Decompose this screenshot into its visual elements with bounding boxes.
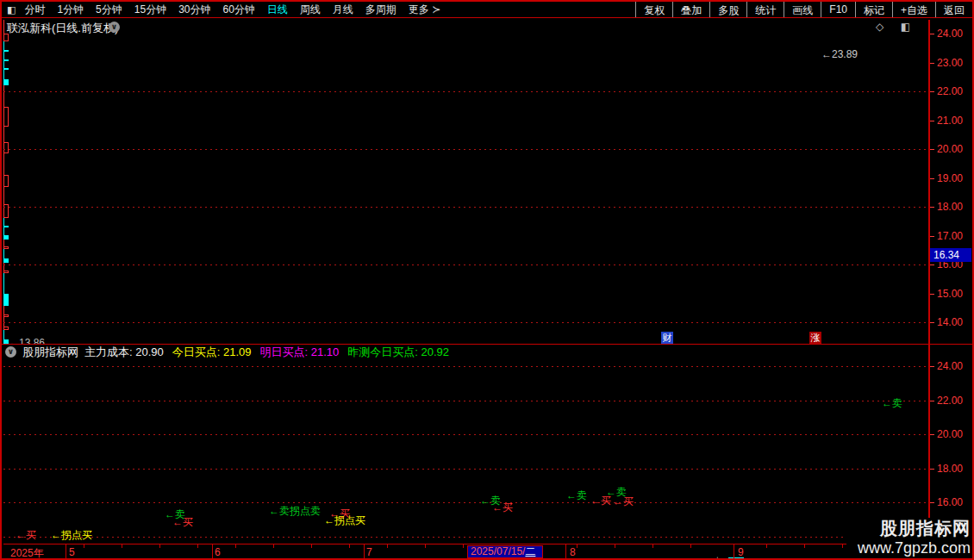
- candle-wick: [3, 85, 4, 108]
- sub-chart: ←买←拐点买←卖←买←卖拐点卖←买←拐点买←卖←买←卖←买←卖←买←卖: [3, 345, 929, 543]
- topbar-item-复权[interactable]: 复权: [635, 2, 672, 17]
- topbar-item-日线[interactable]: 日线: [267, 3, 288, 17]
- date-highlight: 2025/07/15/二: [467, 545, 543, 558]
- candle-wick: [3, 61, 4, 67]
- topbar-item-1分钟[interactable]: 1分钟: [57, 3, 84, 17]
- candle-wick: [3, 218, 4, 225]
- candle-wick: [3, 240, 4, 246]
- sub-grid-line: [3, 434, 929, 435]
- candle-wick: [3, 127, 4, 141]
- price-tick-label: 20.00: [937, 428, 963, 440]
- chevron-down-circle-icon[interactable]: ∨: [109, 22, 120, 33]
- price-tick-label: 22.00: [937, 85, 963, 97]
- topbar-item-多周期[interactable]: 多周期: [365, 3, 396, 17]
- x-axis-tick: [766, 544, 767, 548]
- x-axis-tick: [425, 544, 426, 548]
- signal-marker-buy: ←拐点买: [324, 513, 365, 528]
- price-tick-label: 20.00: [937, 143, 963, 155]
- topbar-item-月线[interactable]: 月线: [333, 3, 353, 17]
- topbar-item-F10[interactable]: F10: [821, 2, 855, 17]
- signal-marker-buy: ←拐点买: [51, 528, 92, 543]
- price-tick-label: 23.00: [937, 57, 963, 69]
- signal-marker-buy: ←买: [492, 501, 513, 515]
- topbar-item-叠加[interactable]: 叠加: [672, 2, 709, 17]
- topbar-item-统计[interactable]: 统计: [746, 2, 784, 17]
- stock-title: 联泓新科(日线.前复权): [7, 21, 118, 36]
- x-axis-row: 2025/07/15/二 2025年56789: [3, 544, 929, 559]
- topbar-item-60分钟[interactable]: 60分钟: [223, 3, 255, 17]
- x-axis-tick: [652, 544, 653, 548]
- x-axis-tick: [463, 544, 464, 548]
- sub-grid-line: [3, 502, 929, 503]
- event-badge[interactable]: 涨: [809, 332, 821, 344]
- topbar-right-menu: 复权叠加多股统计画线F10标记+自选返回: [635, 2, 972, 17]
- x-axis-tick: [349, 544, 350, 548]
- panel-divider[interactable]: [2, 344, 972, 345]
- month-separator: [734, 544, 734, 558]
- candle-body: [3, 107, 9, 127]
- x-axis-tick: [159, 544, 160, 548]
- topbar-item-更多 ≻[interactable]: 更多 ≻: [409, 3, 440, 17]
- window-layout-icon[interactable]: ◧: [7, 4, 16, 16]
- candle-wick: [3, 187, 4, 204]
- price-axis-sub: 24.0022.0020.0018.0016.00: [929, 345, 972, 543]
- indicator-chevron-icon[interactable]: ∨: [5, 346, 16, 358]
- signal-marker-sell: ←卖拐点卖: [269, 504, 321, 519]
- candle-wick: [3, 70, 4, 79]
- candle-wick: [3, 249, 4, 258]
- main-grid-line: [3, 149, 929, 150]
- signal-marker-buy: ←买: [172, 515, 193, 530]
- high-annotation: ←23.89: [821, 48, 858, 60]
- x-axis-tick: [690, 544, 691, 548]
- sub-grid-line: [3, 366, 929, 367]
- x-axis-tick: [273, 544, 274, 548]
- sub-grid-line: [3, 401, 929, 401]
- watermark: 股朋指标网 www.7gpzb.com: [846, 518, 974, 560]
- topbar-item-5分钟[interactable]: 5分钟: [96, 3, 122, 17]
- x-axis-tick: [615, 544, 615, 548]
- main-chart: ←23.89←13.86Ŝ财涨: [3, 20, 929, 344]
- topbar-item-多股[interactable]: 多股: [709, 2, 746, 17]
- event-badge[interactable]: 财: [661, 332, 673, 344]
- price-tick-label: 18.00: [937, 201, 963, 213]
- axis-vertical-line: [928, 20, 930, 559]
- signal-marker-sell: ←卖: [566, 488, 587, 503]
- app-window: ◧ 分时1分钟5分钟15分钟30分钟60分钟日线周线月线多周期更多 ≻ 复权叠加…: [0, 0, 974, 560]
- indicator-row: ∨ 股朋指标网 主力成本: 20.90今日买点: 21.09明日买点: 21.1…: [5, 345, 449, 358]
- price-tick-label: 22.00: [937, 395, 963, 407]
- low-annotation: ←13.86: [9, 337, 45, 344]
- candle-wick: [3, 153, 4, 175]
- candle-wick: [3, 227, 4, 235]
- indicator-source: 股朋指标网: [22, 345, 78, 360]
- x-axis-tick: [577, 544, 578, 548]
- topbar-item-+自选[interactable]: +自选: [892, 2, 935, 17]
- x-axis-label: 2025年: [10, 546, 44, 560]
- topbar-item-15分钟[interactable]: 15分钟: [134, 3, 166, 17]
- price-tick-label: 15.00: [937, 288, 963, 300]
- candle-body: [3, 79, 9, 85]
- topbar-left-menu: 分时1分钟5分钟15分钟30分钟60分钟日线周线月线多周期更多 ≻: [24, 3, 440, 17]
- signal-marker-sell: ←卖: [882, 396, 902, 411]
- x-axis-tick: [387, 544, 388, 548]
- x-axis-tick: [197, 544, 198, 548]
- topbar-item-标记[interactable]: 标记: [855, 2, 892, 17]
- price-tick-label: 19.00: [937, 172, 963, 184]
- price-tick-label: 21.00: [937, 115, 963, 127]
- watermark-site-name: 股朋指标网: [846, 518, 971, 538]
- topbar-item-周线[interactable]: 周线: [300, 3, 321, 17]
- x-axis-tick: [84, 544, 84, 548]
- title-right-icons[interactable]: ◇ ◧: [876, 21, 917, 33]
- topbar-item-分时[interactable]: 分时: [24, 3, 45, 17]
- x-axis-label: 6: [215, 546, 221, 558]
- topbar-item-画线[interactable]: 画线: [784, 2, 821, 17]
- candle-wick: [3, 306, 4, 314]
- candle-wick: [3, 52, 4, 59]
- title-row: 联泓新科(日线.前复权) ∨ ◇ ◧: [2, 19, 972, 34]
- indicator-items: 主力成本: 20.90今日买点: 21.09明日买点: 21.10昨测今日买点:…: [84, 345, 449, 360]
- x-axis-tick: [311, 544, 312, 548]
- topbar-item-30分钟[interactable]: 30分钟: [178, 3, 210, 17]
- x-axis-tick: [122, 544, 122, 548]
- month-separator: [212, 544, 213, 558]
- topbar-item-返回[interactable]: 返回: [935, 2, 972, 17]
- main-grid-line: [3, 264, 929, 265]
